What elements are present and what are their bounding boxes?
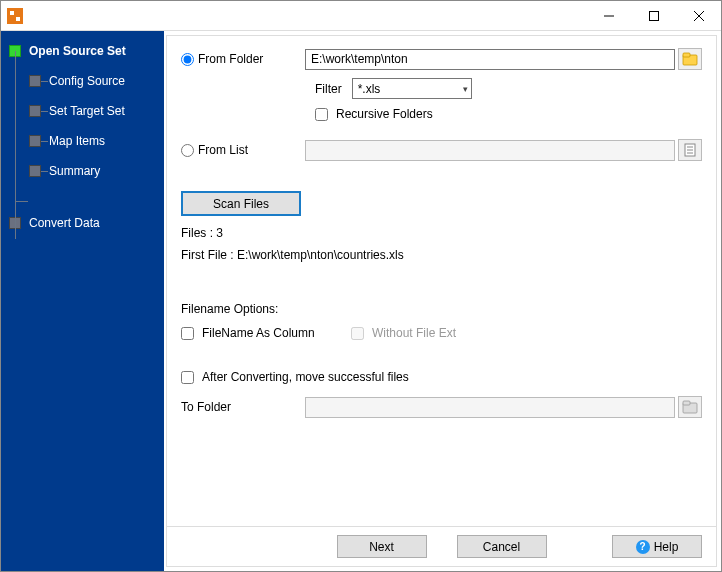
from-list-input — [305, 140, 675, 161]
filter-combo[interactable]: *.xls ▾ — [352, 78, 472, 99]
chevron-down-icon: ▾ — [463, 84, 468, 94]
filter-value: *.xls — [358, 82, 381, 96]
help-button[interactable]: ? Help — [612, 535, 702, 558]
first-file: First File : E:\work\temp\nton\countries… — [181, 248, 702, 262]
sidebar-item-label: Config Source — [49, 74, 125, 88]
from-list-radio-input[interactable] — [181, 144, 194, 157]
sidebar-item-config-source[interactable]: Config Source — [1, 69, 164, 93]
from-folder-radio[interactable]: From Folder — [181, 52, 305, 66]
step-node-icon — [29, 165, 41, 177]
svg-rect-1 — [649, 11, 658, 20]
next-button[interactable]: Next — [337, 535, 427, 558]
sidebar-item-open-source[interactable]: Open Source Set — [1, 39, 164, 63]
to-folder-label: To Folder — [181, 400, 305, 414]
folder-icon — [682, 400, 698, 414]
move-files-input[interactable] — [181, 371, 194, 384]
window-controls — [586, 1, 721, 30]
content-panel: From Folder Filter *.xls ▾ Recurs — [166, 35, 717, 567]
sidebar-item-map-items[interactable]: Map Items — [1, 129, 164, 153]
move-files-checkbox[interactable]: After Converting, move successful files — [181, 370, 702, 384]
cancel-button[interactable]: Cancel — [457, 535, 547, 558]
sidebar-item-label: Set Target Set — [49, 104, 125, 118]
close-button[interactable] — [676, 1, 721, 30]
sidebar-item-label: Map Items — [49, 134, 105, 148]
step-node-icon — [29, 75, 41, 87]
wizard-sidebar: Open Source Set Config Source Set Target… — [1, 31, 164, 571]
recursive-checkbox-input[interactable] — [315, 108, 328, 121]
sidebar-item-label: Summary — [49, 164, 100, 178]
maximize-button[interactable] — [631, 1, 676, 30]
filename-as-column-checkbox[interactable]: FileName As Column — [181, 326, 351, 340]
sidebar-item-summary[interactable]: Summary — [1, 159, 164, 183]
from-folder-radio-input[interactable] — [181, 53, 194, 66]
recursive-checkbox[interactable]: Recursive Folders — [315, 107, 433, 121]
sidebar-item-label: Convert Data — [29, 216, 100, 230]
svg-rect-11 — [683, 401, 690, 405]
scan-files-button[interactable]: Scan Files — [181, 191, 301, 216]
minimize-button[interactable] — [586, 1, 631, 30]
titlebar — [1, 1, 721, 31]
svg-rect-5 — [683, 53, 690, 57]
browse-folder-button[interactable] — [678, 48, 702, 70]
files-count: Files : 3 — [181, 226, 702, 240]
sidebar-item-label: Open Source Set — [29, 44, 126, 58]
step-node-icon — [29, 105, 41, 117]
browse-to-folder-button[interactable] — [678, 396, 702, 418]
from-list-radio[interactable]: From List — [181, 143, 305, 157]
help-icon: ? — [636, 540, 650, 554]
to-folder-input — [305, 397, 675, 418]
file-icon — [683, 143, 697, 157]
without-ext-checkbox: Without File Ext — [351, 326, 456, 340]
filename-as-column-input[interactable] — [181, 327, 194, 340]
sidebar-item-set-target[interactable]: Set Target Set — [1, 99, 164, 123]
step-node-icon — [29, 135, 41, 147]
app-icon — [7, 8, 23, 24]
folder-icon — [682, 52, 698, 66]
sidebar-item-convert-data[interactable]: Convert Data — [1, 211, 164, 235]
filter-label: Filter — [315, 82, 342, 96]
filename-options-label: Filename Options: — [181, 302, 702, 316]
without-ext-input — [351, 327, 364, 340]
folder-path-input[interactable] — [305, 49, 675, 70]
wizard-footer: Next Cancel ? Help — [167, 526, 716, 566]
browse-list-button[interactable] — [678, 139, 702, 161]
